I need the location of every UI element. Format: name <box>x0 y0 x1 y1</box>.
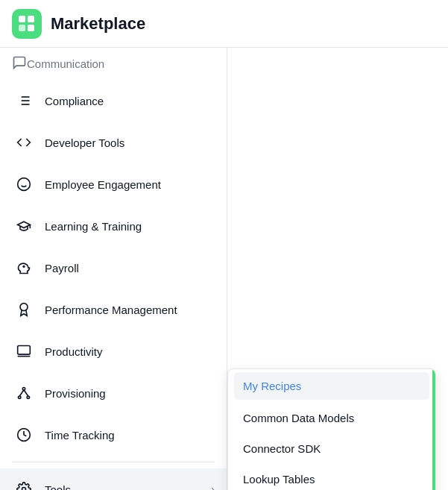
nodes-icon <box>12 381 36 405</box>
sidebar-item-communication[interactable]: Communication <box>0 48 227 80</box>
sidebar-item-compliance[interactable]: Compliance <box>0 80 227 122</box>
dropdown-item-lookup-tables[interactable]: Lookup Tables <box>228 464 435 490</box>
sidebar-item-label: Learning & Training <box>45 220 215 233</box>
sidebar-item-label: Payroll <box>45 262 215 274</box>
chevron-right-icon: › <box>211 483 215 490</box>
sidebar: Communication Compliance Developer Tools <box>0 48 227 490</box>
code-icon <box>12 131 36 154</box>
svg-rect-10 <box>18 346 31 355</box>
dropdown-item-connector-sdk[interactable]: Connector SDK <box>228 433 435 464</box>
clock-icon <box>12 423 36 447</box>
accent-bar <box>432 369 435 490</box>
sidebar-item-time-tracking[interactable]: Time Tracking <box>0 414 227 456</box>
list-check-icon <box>12 89 36 113</box>
sidebar-item-developer-tools[interactable]: Developer Tools <box>0 122 227 163</box>
svg-line-15 <box>19 390 24 396</box>
header: Marketplace <box>0 0 448 48</box>
svg-point-12 <box>22 388 25 390</box>
sidebar-item-provisioning[interactable]: Provisioning <box>0 372 227 414</box>
badge-icon <box>12 298 36 321</box>
smiley-icon <box>12 172 36 196</box>
svg-point-6 <box>18 178 31 191</box>
svg-point-14 <box>27 396 29 398</box>
sidebar-item-employee-engagement[interactable]: Employee Engagement <box>0 163 227 205</box>
svg-point-13 <box>19 396 21 398</box>
svg-line-16 <box>24 390 28 396</box>
header-title: Marketplace <box>51 14 145 34</box>
sidebar-item-label: Compliance <box>45 95 215 107</box>
dropdown-panel: My Recipes Common Data Models Connector … <box>227 368 436 490</box>
sidebar-divider <box>12 462 215 462</box>
sidebar-item-learning-training[interactable]: Learning & Training <box>0 205 227 247</box>
sidebar-item-label: Provisioning <box>45 387 215 400</box>
grad-cap-icon <box>12 214 36 238</box>
sidebar-item-performance-management[interactable]: Performance Management <box>0 289 227 330</box>
sidebar-item-payroll[interactable]: Payroll <box>0 247 227 289</box>
sidebar-item-label: Communication <box>27 57 104 70</box>
sidebar-item-label: Tools <box>45 483 211 491</box>
chat-icon <box>12 55 27 72</box>
laptop-icon <box>12 339 36 363</box>
sidebar-item-tools[interactable]: Tools › <box>0 468 227 490</box>
sidebar-item-productivity[interactable]: Productivity <box>0 330 227 372</box>
svg-point-18 <box>22 488 26 491</box>
dropdown-item-my-recipes[interactable]: My Recipes <box>234 372 429 400</box>
gear-icon <box>12 477 36 490</box>
sidebar-item-label: Time Tracking <box>45 429 215 442</box>
sidebar-item-label: Employee Engagement <box>45 178 215 191</box>
sidebar-item-label: Productivity <box>45 345 215 358</box>
dropdown-item-common-data-models[interactable]: Common Data Models <box>228 403 435 433</box>
sidebar-item-label: Performance Management <box>45 304 215 316</box>
piggy-icon <box>12 256 36 280</box>
sidebar-item-label: Developer Tools <box>45 136 215 149</box>
svg-point-9 <box>20 304 28 311</box>
logo-icon[interactable] <box>12 9 42 39</box>
